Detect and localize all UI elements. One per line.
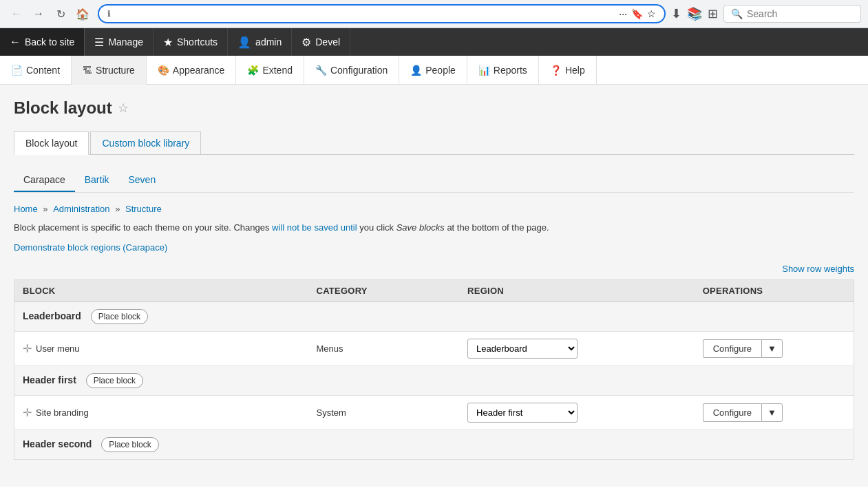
breadcrumb: Home » Administration » Structure [14, 204, 854, 214]
star-icon: ☆ [647, 8, 656, 19]
back-to-site-label: Back to site [25, 36, 74, 47]
tab-custom-block-library[interactable]: Custom block library [90, 131, 201, 154]
operations-cell-user-menu: Configure ▼ [695, 331, 854, 365]
table-body: Leaderboard Place block ✛ User menu Menu… [14, 301, 854, 459]
table-header: BLOCK CATEGORY REGION OPERATIONS [14, 279, 854, 301]
primary-tabs: Block layout Custom block library [14, 131, 854, 155]
admin-label: admin [255, 36, 282, 47]
region-select-user-menu[interactable]: Leaderboard Header first Header second C… [467, 339, 578, 359]
page-content: Block layout ☆ Block layout Custom block… [0, 85, 868, 487]
shortcuts-button[interactable]: ★ Shortcuts [154, 28, 228, 56]
section-leaderboard: Leaderboard Place block [14, 301, 854, 331]
url-input[interactable]: localhost:8000/admin/structure/block [115, 8, 615, 19]
nav-item-content[interactable]: 📄 Content [0, 56, 72, 85]
nav-item-appearance[interactable]: 🎨 Appearance [147, 56, 237, 85]
menu-icon: ☰ [94, 36, 104, 49]
tab-carapace[interactable]: Carapace [14, 169, 75, 192]
show-row-weights-link[interactable]: Show row weights [782, 264, 854, 274]
star-toolbar-icon: ★ [163, 36, 173, 49]
favorite-star-icon[interactable]: ☆ [118, 100, 129, 116]
shortcuts-label: Shortcuts [177, 36, 218, 47]
place-block-header-first-btn[interactable]: Place block [86, 373, 143, 388]
operations-cell-site-branding: Configure ▼ [695, 395, 854, 429]
back-to-site-button[interactable]: ← Back to site [0, 28, 85, 56]
search-input[interactable] [747, 8, 854, 19]
tab-bartik[interactable]: Bartik [75, 169, 119, 192]
devel-button[interactable]: ⚙ Devel [292, 28, 350, 56]
table-row: ✛ Site branding System Leaderboard Heade… [14, 395, 854, 429]
user-icon: 👤 [237, 36, 251, 49]
tab-seven[interactable]: Seven [119, 169, 166, 192]
section-header-second-title: Header second [23, 438, 92, 449]
nav-people-label: People [425, 65, 456, 76]
content-icon: 📄 [11, 65, 23, 76]
place-block-leaderboard-btn[interactable]: Place block [91, 309, 148, 324]
region-select-site-branding[interactable]: Leaderboard Header first Header second C… [467, 403, 578, 423]
back-arrow-icon: ← [10, 36, 21, 48]
table-actions-row: Show row weights [14, 264, 854, 274]
people-icon: 👤 [410, 65, 422, 76]
reports-icon: 📊 [478, 65, 490, 76]
breadcrumb-administration[interactable]: Administration [53, 204, 109, 214]
category-label-user-menu: Menus [317, 343, 343, 354]
nav-item-help[interactable]: ❓ Help [539, 56, 597, 85]
nav-item-structure[interactable]: 🏗 Structure [72, 56, 147, 85]
nav-help-label: Help [565, 65, 585, 76]
block-label-site-branding: Site branding [36, 407, 89, 418]
block-table: BLOCK CATEGORY REGION OPERATIONS Leaderb… [14, 279, 854, 460]
more-options-icon: ··· [619, 8, 627, 19]
breadcrumb-structure[interactable]: Structure [125, 204, 162, 214]
nav-item-extend[interactable]: 🧩 Extend [236, 56, 304, 85]
demo-link[interactable]: Demonstrate block regions (Carapace) [14, 242, 167, 253]
manage-button[interactable]: ☰ Manage [85, 28, 154, 56]
back-button[interactable]: ← [7, 4, 26, 23]
header-region: REGION [459, 279, 695, 301]
page-title-area: Block layout ☆ [14, 98, 854, 118]
configure-dropdown-user-menu[interactable]: ▼ [761, 339, 783, 358]
nav-item-people[interactable]: 👤 People [399, 56, 467, 85]
category-label-site-branding: System [317, 407, 346, 418]
block-cell-user-menu: ✛ User menu [14, 331, 308, 365]
download-icon[interactable]: ⬇ [671, 6, 681, 21]
drag-handle-user-menu[interactable]: ✛ [23, 342, 32, 355]
security-icon: ℹ [107, 9, 111, 19]
section-leaderboard-title: Leaderboard [23, 310, 81, 321]
configure-btn-user-menu[interactable]: Configure [703, 339, 761, 358]
appearance-icon: 🎨 [158, 65, 169, 76]
nav-extend-label: Extend [262, 65, 293, 76]
nav-content-label: Content [26, 65, 60, 76]
region-cell-user-menu: Leaderboard Header first Header second C… [459, 331, 695, 365]
header-block: BLOCK [14, 279, 308, 301]
configure-btn-site-branding[interactable]: Configure [703, 403, 761, 422]
breadcrumb-sep-1: » [43, 204, 50, 214]
structure-icon: 🏗 [83, 65, 92, 76]
search-bar[interactable]: 🔍 [723, 5, 861, 23]
configure-dropdown-site-branding[interactable]: ▼ [761, 403, 783, 422]
forward-button[interactable]: → [29, 4, 48, 23]
secondary-tabs: Carapace Bartik Seven [14, 169, 854, 193]
page-title: Block layout [14, 98, 112, 118]
section-header-second-cell: Header second Place block [14, 429, 854, 459]
bookmarks-icon[interactable]: 📚 [687, 6, 702, 21]
nav-item-reports[interactable]: 📊 Reports [467, 56, 539, 85]
place-block-header-second-btn[interactable]: Place block [101, 437, 158, 452]
admin-button[interactable]: 👤 admin [228, 28, 292, 56]
block-label-user-menu: User menu [36, 343, 80, 354]
category-cell-site-branding: System [308, 395, 460, 429]
header-operations: OPERATIONS [695, 279, 854, 301]
drag-handle-site-branding[interactable]: ✛ [23, 406, 32, 419]
section-header-second: Header second Place block [14, 429, 854, 459]
browser-nav-buttons: ← → ↻ 🏠 [7, 4, 92, 23]
nav-configuration-label: Configuration [330, 65, 388, 76]
nav-item-configuration[interactable]: 🔧 Configuration [304, 56, 399, 85]
tab-block-layout[interactable]: Block layout [14, 131, 89, 155]
block-cell-site-branding: ✛ Site branding [14, 395, 308, 429]
home-button[interactable]: 🏠 [73, 4, 92, 23]
table-row: ✛ User menu Menus Leaderboard Header fir… [14, 331, 854, 365]
region-cell-site-branding: Leaderboard Header first Header second C… [459, 395, 695, 429]
refresh-button[interactable]: ↻ [51, 4, 70, 23]
address-bar[interactable]: ℹ localhost:8000/admin/structure/block ·… [98, 4, 666, 23]
extensions-icon[interactable]: ⊞ [708, 6, 718, 21]
breadcrumb-home[interactable]: Home [14, 204, 38, 214]
nav-structure-label: Structure [96, 65, 135, 76]
